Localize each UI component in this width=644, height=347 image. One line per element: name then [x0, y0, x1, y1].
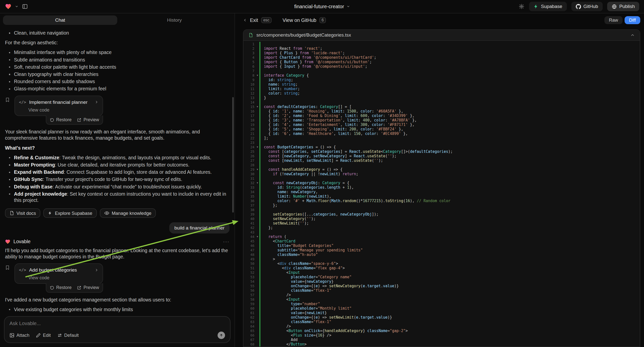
publish-button[interactable]: Publish [607, 2, 639, 11]
preview-button[interactable]: Preview [77, 117, 99, 123]
code-icon: </> [19, 267, 26, 273]
send-button[interactable] [218, 332, 225, 339]
line-number: 68 [244, 342, 256, 346]
restore-button[interactable]: Restore [50, 284, 72, 291]
code-text: interface Category { [264, 73, 640, 78]
line-number: 16 [244, 109, 256, 114]
line-number: 65 [244, 328, 256, 333]
code-text: <Button onClick={handleAddCategory} clas… [264, 328, 640, 333]
code-line: 43 [244, 230, 640, 234]
raw-toggle-button[interactable]: Raw [604, 16, 622, 24]
edit-button[interactable]: Edit [36, 332, 51, 338]
line-number: 61 [244, 311, 256, 315]
assistant-header: Lovable··· [5, 238, 230, 245]
code-viewer[interactable]: 12import React from 'react';3import { Pl… [244, 41, 640, 346]
file-icon [248, 32, 253, 38]
attach-button[interactable]: Attach [10, 332, 29, 338]
settings-gear-icon[interactable] [518, 4, 524, 10]
diff-toggle-button[interactable]: Diff [624, 16, 640, 24]
diff-added-indicator [260, 315, 260, 320]
chat-input[interactable]: Ask Lovable... [10, 320, 225, 326]
code-line: 38 [244, 208, 640, 212]
chat-message-list[interactable]: Clean, intuitive navigationFor the desig… [0, 26, 234, 314]
view-on-github-button[interactable]: View on GitHub 6 [282, 17, 326, 23]
collapse-chevron-up-icon[interactable] [630, 33, 635, 37]
code-line: 28 [244, 163, 640, 167]
code-text: limit: number; [264, 87, 640, 91]
lovable-logo-heart-icon[interactable] [5, 3, 12, 10]
bookmark-icon [5, 97, 10, 102]
fold-spacer [256, 194, 260, 199]
code-text: <div className="space-y-6"> [264, 261, 640, 266]
code-text: import { Button } from '@/components/ui/… [264, 60, 640, 64]
fold-spacer [256, 279, 260, 284]
tool-call-card[interactable]: </>Add budget categoriesView code [14, 263, 103, 284]
supabase-icon [48, 210, 52, 216]
diff-added-indicator [260, 338, 260, 342]
tool-call-card[interactable]: </>Implement financial plannerView code [14, 96, 103, 116]
chip-supabase[interactable]: Explore Supabase [43, 208, 96, 218]
logo-chevron-down-icon[interactable] [15, 5, 18, 8]
line-number: 46 [244, 244, 256, 248]
tab-history[interactable]: History [117, 16, 232, 25]
line-number: 63 [244, 320, 256, 324]
code-line: 6import { Input } from '@/components/ui/… [244, 64, 640, 69]
github-icon [576, 4, 581, 9]
supabase-bolt-icon [534, 4, 538, 9]
tool-call-row: </>Implement financial plannerView codeR… [5, 96, 230, 125]
diff-added-indicator [260, 190, 260, 194]
fold-spacer [256, 149, 260, 154]
code-line: 23 [244, 140, 640, 145]
line-number: 23 [244, 140, 256, 145]
fold-chevron-icon: ▾ [256, 104, 260, 109]
diff-added-indicator [260, 194, 260, 199]
code-text: <ChartCard [264, 239, 640, 244]
github-kbd: 6 [320, 17, 326, 23]
preview-button[interactable]: Preview [77, 284, 99, 291]
code-text: { id: '2', name: 'Food & Dining', limit:… [264, 114, 640, 118]
chat-composer[interactable]: Ask Lovable... Attach Edit Default [4, 316, 230, 343]
chip-knowledge[interactable]: Manage knowledge [100, 208, 156, 218]
code-line: 3import { Plus } from 'lucide-react'; [244, 51, 640, 55]
fold-spacer [256, 221, 260, 226]
line-number: 53 [244, 275, 256, 279]
view-code-link[interactable]: View code [28, 107, 98, 113]
code-line: 18 { id: '3', name: 'Transportation', li… [244, 118, 640, 122]
fold-spacer [256, 275, 260, 279]
fold-spacer [256, 132, 260, 136]
project-name-menu[interactable]: financial-future-creator [294, 4, 350, 10]
code-line: 27 const [newLimit, setNewLimit] = React… [244, 158, 640, 163]
supabase-button[interactable]: Supabase [529, 2, 567, 11]
code-text: const defaultCategories: Category[] = [ [264, 104, 640, 109]
fold-chevron-icon: ▾ [256, 145, 260, 149]
chat-scrollbar[interactable] [232, 97, 234, 212]
code-text: import ChartCard from '@/components/ui/C… [264, 55, 640, 60]
code-text [264, 163, 640, 167]
exit-button[interactable]: Exit esc [243, 17, 272, 23]
diff-added-indicator [260, 149, 260, 154]
diff-added-indicator [260, 270, 260, 275]
code-line: 1 [244, 42, 640, 46]
fold-spacer [256, 114, 260, 118]
chat-panel: Chat History Clean, intuitive navigation… [0, 14, 235, 347]
chevron-right-icon [94, 100, 98, 104]
code-text: <Input [264, 297, 640, 302]
github-label: GitHub [584, 4, 598, 9]
code-text: limit: Number(newLimit), [264, 194, 640, 199]
github-button[interactable]: GitHub [571, 2, 603, 11]
restore-button[interactable]: Restore [50, 117, 72, 123]
chip-label: Visit docs [16, 210, 36, 216]
line-number: 5 [244, 60, 256, 64]
line-number: 21 [244, 132, 256, 136]
model-selector-button[interactable]: Default [57, 332, 79, 338]
sidebar-toggle-icon[interactable] [22, 4, 28, 10]
tab-chat[interactable]: Chat [3, 16, 117, 25]
fold-spacer [256, 46, 260, 51]
view-code-link[interactable]: View code [28, 274, 98, 281]
fold-spacer [256, 212, 260, 216]
message-menu-button[interactable]: ··· [223, 238, 230, 245]
file-header[interactable]: src/components/budget/BudgetCategories.t… [244, 30, 640, 41]
chip-docs[interactable]: Visit docs [5, 208, 40, 218]
line-number: 59 [244, 302, 256, 306]
diff-added-indicator [260, 176, 260, 181]
